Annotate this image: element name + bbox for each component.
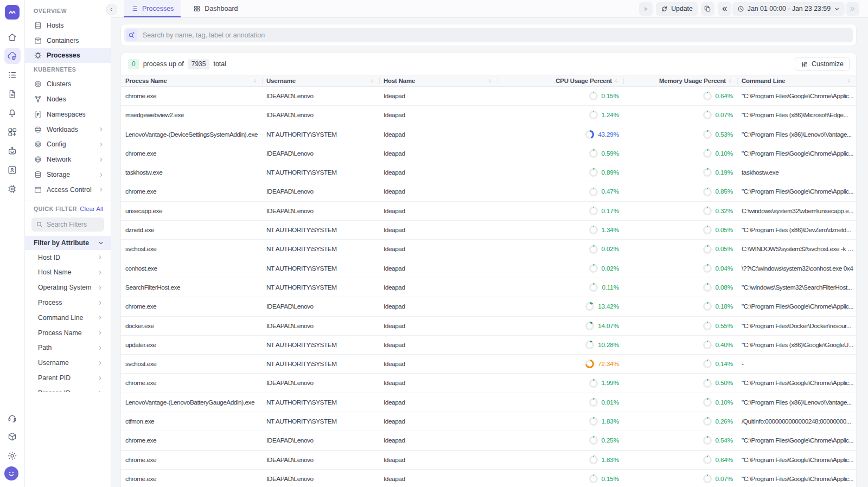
col-header-cpu-usage[interactable]: CPU Usage Percent bbox=[497, 75, 623, 86]
cell-username: IDEAPAD\Lenovo bbox=[262, 431, 379, 450]
attribute-process[interactable]: Process bbox=[25, 295, 111, 310]
table-row[interactable]: docker.exeIDEAPAD\LenovoIdeapad14.07%0.5… bbox=[121, 317, 856, 336]
quick-filter-title: QUICK FILTERClear All bbox=[25, 202, 111, 216]
table-row[interactable]: ctfmon.exeNT AUTHORITY\SYSTEMIdeapad1.83… bbox=[121, 412, 856, 431]
sidebar-item-workloads[interactable]: Workloads bbox=[25, 122, 111, 137]
clear-all-link[interactable]: Clear All bbox=[80, 206, 103, 212]
sidebar-collapse-button[interactable] bbox=[106, 4, 117, 15]
table-row[interactable]: chrome.exeIDEAPAD\LenovoIdeapad13.42%0.1… bbox=[121, 297, 856, 316]
sidebar-item-nodes[interactable]: Nodes bbox=[25, 92, 111, 107]
attribute-username[interactable]: Username bbox=[25, 355, 111, 370]
rail-package-button[interactable] bbox=[4, 428, 21, 445]
filter-by-attribute-header[interactable]: Filter by Attribute bbox=[25, 236, 111, 250]
time-back-button[interactable] bbox=[718, 2, 731, 16]
attribute-command-line[interactable]: Command Line bbox=[25, 310, 111, 325]
cell-cpu-usage: 0.47% bbox=[497, 182, 623, 201]
attribute-process-id[interactable]: Process ID bbox=[25, 386, 111, 392]
sort-icon bbox=[727, 78, 733, 84]
table-row[interactable]: chrome.exeIDEAPAD\LenovoIdeapad0.47%0.85… bbox=[121, 182, 856, 201]
chevron-right-icon bbox=[97, 285, 103, 291]
table-row[interactable]: svchost.exeNT AUTHORITY\SYSTEMIdeapad0.0… bbox=[121, 240, 856, 259]
sidebar-item-network[interactable]: Network bbox=[25, 152, 111, 167]
tab-processes[interactable]: Processes bbox=[124, 0, 181, 17]
table-row[interactable]: LenovoVantage-(LenovoBatteryGaugeAddin).… bbox=[121, 393, 856, 412]
col-header-username[interactable]: Username bbox=[262, 75, 379, 86]
rail-integrations-button[interactable] bbox=[4, 181, 21, 197]
table-row[interactable]: taskhostw.exeNT AUTHORITY\SYSTEMIdeapad0… bbox=[121, 163, 856, 182]
cell-host-name: Ideapad bbox=[379, 240, 497, 258]
copy-dashboard-button[interactable] bbox=[701, 2, 714, 16]
update-button[interactable]: Update bbox=[656, 2, 698, 16]
sidebar-item-access-control[interactable]: Access Control bbox=[25, 182, 111, 197]
rail-logs-button[interactable] bbox=[4, 67, 21, 83]
customize-button[interactable]: Customize bbox=[795, 57, 850, 71]
table-row[interactable]: conhost.exeNT AUTHORITY\SYSTEMIdeapad0.0… bbox=[121, 259, 856, 278]
col-header-memory-usage[interactable]: Memory Usage Percent bbox=[623, 75, 737, 86]
time-forward-button[interactable] bbox=[846, 2, 859, 16]
rail-documents-button[interactable] bbox=[4, 86, 21, 102]
sidebar-item-storage[interactable]: Storage bbox=[25, 167, 111, 182]
rail-home-button[interactable] bbox=[4, 29, 21, 45]
cell-process-name: chrome.exe bbox=[121, 470, 262, 487]
col-header-command-line[interactable]: Command Line bbox=[737, 75, 856, 86]
attribute-host-id[interactable]: Host ID bbox=[25, 250, 111, 265]
home-icon bbox=[7, 32, 17, 42]
attribute-host-name[interactable]: Host Name bbox=[25, 265, 111, 280]
brand-logo[interactable] bbox=[5, 5, 20, 20]
attribute-path[interactable]: Path bbox=[25, 341, 111, 356]
cell-memory-usage: 0.54% bbox=[623, 431, 737, 450]
table-row[interactable]: updater.exeNT AUTHORITY\SYSTEMIdeapad10.… bbox=[121, 336, 856, 355]
user-avatar[interactable] bbox=[4, 466, 18, 480]
cell-host-name: Ideapad bbox=[379, 125, 497, 144]
cell-username: IDEAPAD\Lenovo bbox=[262, 317, 379, 335]
table-row[interactable]: unsecapp.exeIDEAPAD\LenovoIdeapad0.17%0.… bbox=[121, 202, 856, 221]
cell-cpu-usage: 1.83% bbox=[497, 451, 623, 469]
cell-process-name: chrome.exe bbox=[121, 87, 262, 105]
table-row[interactable]: chrome.exeIDEAPAD\LenovoIdeapad1.99%0.50… bbox=[121, 374, 856, 393]
table-row[interactable]: chrome.exeIDEAPAD\LenovoIdeapad0.15%0.07… bbox=[121, 470, 856, 487]
table-row[interactable]: msedgewebview2.exeIDEAPAD\LenovoIdeapad1… bbox=[121, 106, 856, 125]
table-row[interactable]: LenovoVantage-(DeviceSettingsSystemAddin… bbox=[121, 125, 856, 144]
chevron-down-icon bbox=[98, 240, 104, 246]
table-row[interactable]: svchost.exeNT AUTHORITY\SYSTEMIdeapad72.… bbox=[121, 355, 856, 374]
sidebar-item-config[interactable]: Config bbox=[25, 137, 111, 152]
attribute-parent-pid[interactable]: Parent PID bbox=[25, 370, 111, 386]
sidebar-item-clusters[interactable]: Clusters bbox=[25, 76, 111, 92]
filter-search-input[interactable]: Search Filters bbox=[31, 217, 104, 232]
usage-donut bbox=[589, 398, 598, 407]
usage-donut bbox=[703, 360, 712, 368]
search-input[interactable]: Search by name, tag, label or annotation bbox=[124, 28, 853, 42]
cell-process-name: chrome.exe bbox=[121, 431, 262, 450]
attribute-process-name[interactable]: Process Name bbox=[25, 325, 111, 341]
sidebar-item-processes[interactable]: Processes bbox=[25, 48, 111, 63]
play-button[interactable] bbox=[639, 2, 653, 16]
usage-donut bbox=[589, 436, 598, 445]
rail-gear-button[interactable] bbox=[4, 447, 21, 464]
sidebar-item-namespaces[interactable]: Namespaces bbox=[25, 107, 111, 122]
cell-host-name: Ideapad bbox=[379, 87, 497, 105]
usage-donut bbox=[589, 245, 598, 254]
rail-rum-button[interactable] bbox=[4, 162, 21, 178]
cell-host-name: Ideapad bbox=[379, 336, 497, 354]
table-row[interactable]: chrome.exeIDEAPAD\LenovoIdeapad0.25%0.54… bbox=[121, 431, 856, 450]
table-row[interactable]: chrome.exeIDEAPAD\LenovoIdeapad1.83%0.64… bbox=[121, 451, 856, 470]
rail-infrastructure-button[interactable] bbox=[4, 48, 21, 64]
table-row[interactable]: dznetd.exeNT AUTHORITY\SYSTEMIdeapad1.34… bbox=[121, 221, 856, 240]
table-row[interactable]: chrome.exeIDEAPAD\LenovoIdeapad0.59%0.10… bbox=[121, 144, 856, 163]
rail-dashboards-button[interactable] bbox=[4, 124, 21, 140]
tab-dashboard[interactable]: Dashboard bbox=[186, 0, 245, 17]
cell-command-line: - bbox=[737, 355, 856, 373]
usage-donut bbox=[589, 283, 598, 292]
rail-bot-button[interactable] bbox=[4, 143, 21, 159]
table-row[interactable]: chrome.exeIDEAPAD\LenovoIdeapad0.15%0.64… bbox=[121, 87, 856, 106]
sidebar-item-hosts[interactable]: Hosts bbox=[25, 18, 111, 33]
time-range-button[interactable]: Jan 01 00:00 - Jan 23 23:59 bbox=[732, 2, 845, 16]
headset-icon bbox=[7, 413, 17, 423]
col-header-process-name[interactable]: Process Name bbox=[121, 75, 262, 86]
rail-headset-button[interactable] bbox=[4, 409, 21, 426]
table-row[interactable]: SearchFilterHost.exeNT AUTHORITY\SYSTEMI… bbox=[121, 278, 856, 297]
col-header-host-name[interactable]: Host Name bbox=[379, 75, 497, 86]
sidebar-item-containers[interactable]: Containers bbox=[25, 33, 111, 48]
rail-alerts-button[interactable] bbox=[4, 105, 21, 121]
attribute-operating-system[interactable]: Operating System bbox=[25, 280, 111, 295]
